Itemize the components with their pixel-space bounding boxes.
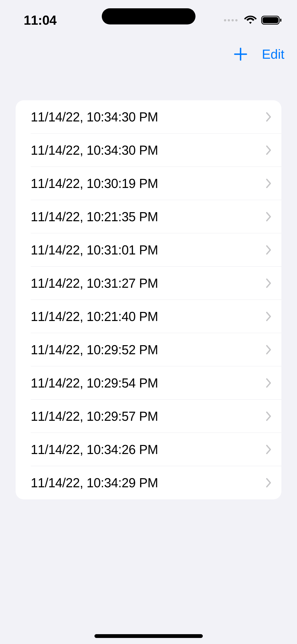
chevron-right-icon — [266, 445, 272, 454]
cellular-icon — [224, 19, 238, 21]
dynamic-island — [102, 8, 195, 24]
list-item[interactable]: 11/14/22, 10:34:30 PM — [16, 100, 281, 134]
list-item[interactable]: 11/14/22, 10:29:52 PM — [16, 333, 281, 366]
list-item-label: 11/14/22, 10:34:30 PM — [31, 110, 158, 124]
chevron-right-icon — [266, 345, 272, 355]
chevron-right-icon — [266, 212, 272, 221]
list-item[interactable]: 11/14/22, 10:34:30 PM — [16, 134, 281, 167]
list-item-label: 11/14/22, 10:29:54 PM — [31, 376, 158, 391]
list-item-label: 11/14/22, 10:29:52 PM — [31, 342, 158, 357]
chevron-right-icon — [266, 278, 272, 288]
list-item[interactable]: 11/14/22, 10:21:40 PM — [16, 300, 281, 333]
list-item[interactable]: 11/14/22, 10:30:19 PM — [16, 167, 281, 200]
list-item[interactable]: 11/14/22, 10:34:26 PM — [16, 433, 281, 466]
chevron-right-icon — [266, 112, 272, 122]
list-container: 11/14/22, 10:34:30 PM 11/14/22, 10:34:30… — [16, 100, 281, 499]
svg-rect-2 — [280, 19, 281, 22]
chevron-right-icon — [266, 478, 272, 488]
list-item-label: 11/14/22, 10:21:35 PM — [31, 209, 158, 224]
chevron-right-icon — [266, 378, 272, 388]
status-indicators — [224, 8, 282, 25]
list-item-label: 11/14/22, 10:31:01 PM — [31, 243, 158, 257]
list-item[interactable]: 11/14/22, 10:34:29 PM — [16, 466, 281, 499]
list-item[interactable]: 11/14/22, 10:31:01 PM — [16, 233, 281, 267]
list-item-label: 11/14/22, 10:34:30 PM — [31, 143, 158, 158]
list-item-label: 11/14/22, 10:34:29 PM — [31, 475, 158, 490]
list-item[interactable]: 11/14/22, 10:29:57 PM — [16, 400, 281, 433]
home-indicator[interactable] — [94, 634, 203, 638]
battery-icon — [261, 15, 282, 25]
chevron-right-icon — [266, 245, 272, 255]
list-item[interactable]: 11/14/22, 10:21:35 PM — [16, 200, 281, 233]
add-button[interactable] — [234, 47, 248, 61]
list-item[interactable]: 11/14/22, 10:31:27 PM — [16, 267, 281, 300]
list-item-label: 11/14/22, 10:29:57 PM — [31, 409, 158, 424]
list-item[interactable]: 11/14/22, 10:29:54 PM — [16, 366, 281, 400]
chevron-right-icon — [266, 312, 272, 321]
status-time: 11:04 — [15, 5, 57, 28]
list-item-label: 11/14/22, 10:21:40 PM — [31, 309, 158, 324]
list-item-label: 11/14/22, 10:30:19 PM — [31, 176, 158, 191]
list-item-label: 11/14/22, 10:31:27 PM — [31, 276, 158, 291]
wifi-icon — [244, 15, 257, 25]
nav-bar: Edit — [221, 40, 297, 68]
list-item-label: 11/14/22, 10:34:26 PM — [31, 442, 158, 457]
chevron-right-icon — [266, 145, 272, 155]
status-bar: 11:04 — [0, 0, 297, 33]
chevron-right-icon — [266, 411, 272, 421]
chevron-right-icon — [266, 179, 272, 188]
edit-button[interactable]: Edit — [262, 47, 284, 62]
svg-rect-1 — [262, 17, 278, 23]
plus-icon — [234, 48, 247, 61]
